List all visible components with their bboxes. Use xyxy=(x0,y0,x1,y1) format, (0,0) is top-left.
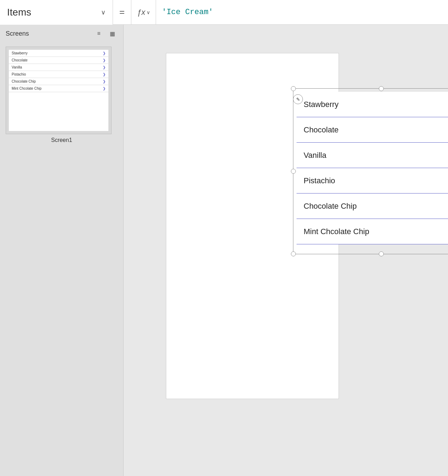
thumb-list-item: Mint Chcolate Chip❯ xyxy=(9,85,108,92)
handle-bottom-center[interactable] xyxy=(379,251,384,256)
edit-icon[interactable]: ✎ xyxy=(293,94,303,104)
list-item-label: Stawberry xyxy=(304,100,339,109)
list-item-label: Mint Chcolate Chip xyxy=(304,227,369,236)
toolbar: Items ∨ = ƒx ∨ xyxy=(0,0,448,25)
grid-view-icon[interactable]: ▦ xyxy=(107,28,118,39)
screens-header: Screens ≡ ▦ xyxy=(0,25,123,42)
screen-thumbnail[interactable]: Stawberry❯Chocolate❯Vanilla❯Pistachio❯Ch… xyxy=(6,47,112,134)
handle-top-center[interactable] xyxy=(379,86,384,91)
list-item-label: Chocolate Chip xyxy=(304,202,357,211)
thumb-list-item: Pistachio❯ xyxy=(9,71,108,78)
list-item[interactable]: Pistachio ❯ xyxy=(297,168,448,194)
thumbnail-inner: Stawberry❯Chocolate❯Vanilla❯Pistachio❯Ch… xyxy=(9,50,108,131)
list-item[interactable]: Mint Chcolate Chip ❯ xyxy=(297,219,448,244)
formula-bar: ƒx ∨ xyxy=(131,0,448,25)
screen-thumbnail-container: Stawberry❯Chocolate❯Vanilla❯Pistachio❯Ch… xyxy=(0,42,123,150)
thumb-list-item: Chocolate❯ xyxy=(9,57,108,64)
thumb-list-item: Chocolate Chip❯ xyxy=(9,78,108,85)
thumb-list-item: Vanilla❯ xyxy=(9,64,108,71)
screen-label: Screen1 xyxy=(6,134,118,146)
equals-sign: = xyxy=(113,7,131,18)
main-content: Screens ≡ ▦ Stawberry❯Chocolate❯Vanilla❯… xyxy=(0,25,448,476)
list-item[interactable]: Chocolate Chip ❯ xyxy=(297,194,448,219)
list-item[interactable]: Stawberry ❯ xyxy=(297,92,448,117)
fx-area[interactable]: ƒx ∨ xyxy=(131,0,156,25)
list-item[interactable]: Vanilla ❯ xyxy=(297,143,448,168)
items-label: Items xyxy=(7,7,31,18)
thumb-list-item: Stawberry❯ xyxy=(9,50,108,57)
sidebar: Screens ≡ ▦ Stawberry❯Chocolate❯Vanilla❯… xyxy=(0,25,124,476)
fx-icon: ƒx xyxy=(137,8,145,17)
fx-chevron-icon: ∨ xyxy=(147,10,150,15)
list-view-icon[interactable]: ≡ xyxy=(94,28,104,39)
list-item-label: Vanilla xyxy=(304,151,326,160)
list-item[interactable]: Chocolate ❯ xyxy=(297,117,448,143)
chevron-down-icon: ∨ xyxy=(101,8,106,16)
list-component[interactable]: Stawberry ❯ Chocolate ❯ Vanilla ❯ Pistac… xyxy=(297,92,448,244)
list-item-label: Chocolate xyxy=(304,125,339,135)
items-dropdown[interactable]: Items ∨ xyxy=(0,0,113,25)
screens-title: Screens xyxy=(6,30,29,37)
formula-input[interactable] xyxy=(156,0,448,25)
screens-icons: ≡ ▦ xyxy=(94,28,118,39)
list-item-label: Pistachio xyxy=(304,176,335,185)
canvas-area: Stawberry ❯ Chocolate ❯ Vanilla ❯ Pistac… xyxy=(124,25,448,476)
